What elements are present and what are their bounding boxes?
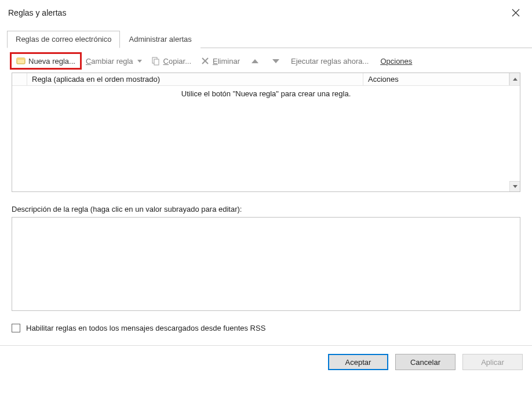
options-button[interactable]: Opciones — [374, 55, 416, 67]
run-rules-now-button[interactable]: Ejecutar reglas ahora... — [287, 55, 372, 67]
chevron-down-icon — [137, 60, 142, 63]
new-rule-button[interactable]: Nueva regla... — [12, 54, 80, 68]
scroll-down-button[interactable] — [509, 181, 520, 191]
caret-up-icon — [513, 78, 518, 81]
enable-rss-label: Habilitar reglas en todos los mensajes d… — [26, 324, 265, 332]
rss-checkbox-row: Habilitar reglas en todos los mensajes d… — [12, 324, 520, 332]
caret-down-icon — [513, 185, 518, 188]
change-rule-button[interactable]: Cambiar regla — [82, 55, 145, 67]
new-rule-label: Nueva regla... — [28, 57, 75, 66]
window-title: Reglas y alertas — [8, 8, 66, 17]
svg-rect-3 — [17, 58, 25, 60]
apply-button: Aplicar — [462, 354, 523, 370]
new-rule-icon — [16, 56, 25, 66]
col-actions[interactable]: Acciones — [363, 73, 509, 85]
ok-button[interactable]: Aceptar — [328, 354, 388, 370]
move-down-button[interactable] — [267, 57, 285, 65]
enable-rss-checkbox[interactable] — [12, 324, 20, 332]
separator — [0, 345, 532, 346]
change-rule-label: Cambiar regla — [86, 57, 133, 66]
scroll-up-button[interactable] — [509, 73, 520, 85]
svg-rect-5 — [154, 59, 159, 65]
col-rule[interactable]: Regla (aplicada en el orden mostrado) — [27, 73, 363, 85]
col-checkbox[interactable] — [12, 73, 27, 85]
copy-icon — [151, 56, 161, 66]
rules-list-header: Regla (aplicada en el orden mostrado) Ac… — [12, 73, 520, 86]
move-up-button[interactable] — [246, 57, 264, 65]
rules-list: Regla (aplicada en el orden mostrado) Ac… — [12, 73, 520, 192]
delete-label: Eliminar — [213, 57, 240, 66]
copy-rule-button[interactable]: Copiar... — [148, 55, 195, 67]
tab-strip: Reglas de correo electrónico Administrar… — [7, 30, 532, 48]
arrow-down-icon — [272, 59, 279, 63]
toolbar: Nueva regla... Cambiar regla Copiar... E… — [12, 54, 524, 68]
tab-email-rules[interactable]: Reglas de correo electrónico — [7, 31, 120, 48]
description-box[interactable] — [12, 217, 520, 311]
cancel-button[interactable]: Cancelar — [395, 354, 456, 370]
close-button[interactable] — [509, 6, 523, 20]
options-label: Opciones — [380, 57, 412, 66]
arrow-up-icon — [252, 59, 258, 63]
delete-rule-button[interactable]: Eliminar — [197, 55, 243, 67]
dialog-actions: Aceptar Cancelar Aplicar — [0, 354, 532, 377]
description-label: Descripción de la regla (haga clic en un… — [12, 205, 520, 213]
tab-manage-alerts[interactable]: Administrar alertas — [120, 31, 200, 48]
empty-rules-message: Utilice el botón "Nueva regla" para crea… — [12, 86, 520, 98]
rules-list-body[interactable]: Utilice el botón "Nueva regla" para crea… — [12, 86, 520, 191]
delete-icon — [201, 56, 210, 66]
close-icon — [512, 9, 520, 17]
copy-label: Copiar... — [163, 57, 191, 66]
run-rules-label: Ejecutar reglas ahora... — [291, 57, 369, 66]
